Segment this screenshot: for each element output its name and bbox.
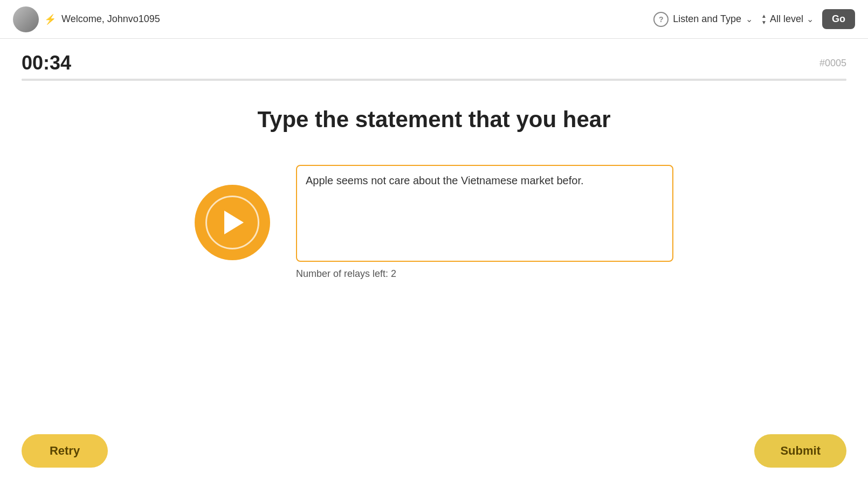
header-left: ⚡ Welcome, Johnvo1095: [13, 6, 160, 32]
header: ⚡ Welcome, Johnvo1095 ? Listen and Type …: [0, 0, 868, 39]
progress-bar: [22, 79, 846, 81]
timer-row: 00:34 #0005: [22, 52, 846, 74]
progress-bar-fill: [22, 79, 846, 81]
go-button[interactable]: Go: [822, 9, 855, 29]
play-audio-button[interactable]: [195, 185, 270, 260]
retry-button[interactable]: Retry: [22, 434, 108, 468]
timer-display: 00:34: [22, 52, 71, 74]
exercise-type-label: Listen and Type: [673, 13, 741, 25]
level-down-icon[interactable]: ▼: [761, 20, 767, 25]
bottom-buttons: Retry Submit: [0, 434, 868, 468]
question-id: #0005: [819, 58, 846, 69]
play-circle: [205, 196, 259, 249]
submit-button[interactable]: Submit: [754, 434, 846, 468]
exercise-type-selector[interactable]: ? Listen and Type ⌄: [653, 12, 753, 27]
answer-textarea[interactable]: [296, 165, 673, 262]
avatar-image: [13, 6, 39, 32]
answer-area: Number of relays left: 2: [296, 165, 673, 280]
exercise-area: Number of relays left: 2: [22, 165, 846, 280]
bolt-icon: ⚡: [44, 13, 56, 25]
instruction-text: Type the statement that you hear: [22, 107, 846, 133]
level-label: All level: [770, 13, 803, 25]
main-content: 00:34 #0005 Type the statement that you …: [0, 39, 868, 305]
level-up-icon[interactable]: ▲: [761, 13, 767, 19]
header-right: ? Listen and Type ⌄ ▲ ▼ All level ⌄ Go: [653, 9, 855, 29]
level-arrows[interactable]: ▲ ▼: [761, 13, 767, 25]
help-icon[interactable]: ?: [653, 12, 669, 27]
level-selector[interactable]: ▲ ▼ All level ⌄: [761, 13, 814, 25]
welcome-text: Welcome, Johnvo1095: [61, 13, 160, 25]
relays-info: Number of relays left: 2: [296, 268, 673, 280]
avatar: [13, 6, 39, 32]
level-dropdown-icon[interactable]: ⌄: [807, 14, 814, 24]
play-icon: [224, 211, 244, 234]
exercise-type-dropdown-icon[interactable]: ⌄: [746, 14, 753, 24]
